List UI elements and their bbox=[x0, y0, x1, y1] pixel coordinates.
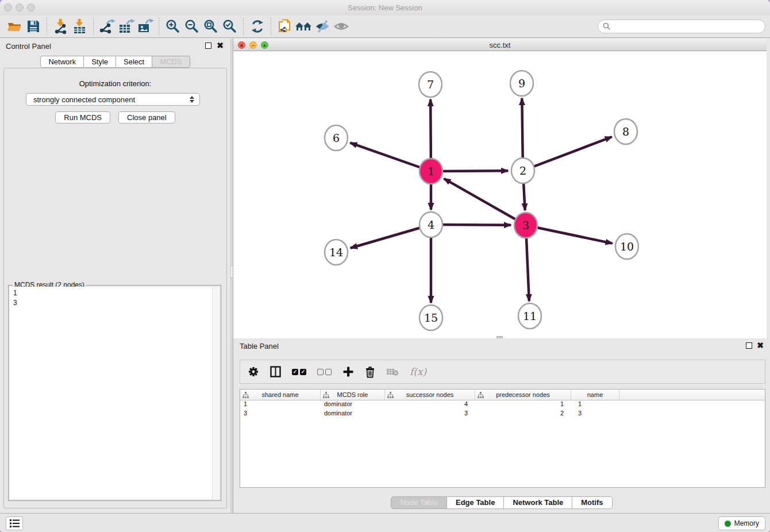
delete-row-button[interactable] bbox=[365, 366, 375, 378]
hierarchy-icon bbox=[387, 392, 394, 398]
memory-button[interactable]: Memory bbox=[718, 516, 765, 530]
column-header-shared-name[interactable]: shared name bbox=[240, 390, 321, 400]
tab-mcds[interactable]: MCDS bbox=[152, 56, 190, 68]
export-network-button[interactable] bbox=[98, 17, 117, 36]
network-canvas[interactable]: 1234678910111415 bbox=[233, 51, 767, 338]
graph-node-label: 4 bbox=[428, 218, 434, 231]
cell-mcds-role[interactable]: dominator bbox=[321, 410, 385, 419]
graph-edge-3-10[interactable] bbox=[526, 225, 613, 244]
export-table-button[interactable] bbox=[117, 17, 136, 36]
graph-node-label: 2 bbox=[519, 164, 526, 177]
select-all-button[interactable]: ✓ ✓ bbox=[292, 369, 306, 375]
tab-edge-table[interactable]: Edge Table bbox=[447, 496, 504, 509]
column-header-successor-nodes[interactable]: successor nodes bbox=[385, 390, 475, 400]
delete-column-button[interactable] bbox=[386, 367, 399, 376]
column-label: name bbox=[587, 391, 603, 398]
zoom-fit-button[interactable] bbox=[201, 17, 220, 36]
close-panel-button[interactable]: Close panel bbox=[118, 111, 175, 124]
graph-node-15[interactable]: 15 bbox=[419, 305, 442, 330]
import-table-button[interactable] bbox=[70, 17, 89, 36]
table-row[interactable]: 1 dominator 4 1 1 bbox=[240, 400, 765, 410]
task-history-button[interactable] bbox=[6, 516, 23, 530]
panel-divider-handle[interactable] bbox=[231, 265, 233, 278]
import-network-button[interactable] bbox=[51, 17, 70, 36]
graph-node-label: 11 bbox=[523, 310, 537, 322]
graph-node-7[interactable]: 7 bbox=[419, 72, 442, 97]
graph-node-14[interactable]: 14 bbox=[325, 240, 348, 265]
cell-name[interactable]: 3 bbox=[571, 410, 619, 419]
graph-node-9[interactable]: 9 bbox=[510, 71, 533, 96]
close-panel-icon[interactable]: ✖ bbox=[217, 41, 224, 50]
graph-node-11[interactable]: 11 bbox=[518, 303, 541, 329]
mcds-result-area[interactable]: 1 3 bbox=[10, 287, 220, 499]
cell-successor-nodes[interactable]: 4 bbox=[385, 400, 475, 410]
run-mcds-button[interactable]: Run MCDS bbox=[55, 111, 110, 124]
graph-node-4[interactable]: 4 bbox=[419, 212, 442, 237]
save-session-button[interactable] bbox=[24, 17, 43, 36]
mcds-panel: Optimization criterion: strongly connect… bbox=[3, 68, 227, 508]
hide-selected-button[interactable] bbox=[313, 17, 332, 36]
tab-network[interactable]: Network bbox=[40, 56, 84, 68]
network-window-titlebar: × – + scc.txt bbox=[233, 38, 767, 51]
cell-predecessor-nodes[interactable]: 1 bbox=[475, 400, 571, 410]
criterion-dropdown[interactable]: strongly connected component bbox=[26, 93, 200, 106]
cell-name[interactable]: 1 bbox=[571, 400, 619, 410]
graph-edge-2-8[interactable] bbox=[523, 137, 612, 171]
toolbar-separator bbox=[271, 18, 271, 35]
tab-motifs[interactable]: Motifs bbox=[572, 496, 612, 509]
column-header-name[interactable]: name bbox=[571, 390, 619, 400]
close-table-panel-icon[interactable]: ✖ bbox=[757, 341, 764, 350]
zoom-in-button[interactable] bbox=[163, 17, 182, 36]
export-network-icon bbox=[99, 18, 116, 34]
zoom-selected-button[interactable] bbox=[220, 17, 239, 36]
tab-style[interactable]: Style bbox=[84, 56, 116, 68]
tab-network-table[interactable]: Network Table bbox=[504, 496, 572, 509]
graph-node-10[interactable]: 10 bbox=[615, 234, 638, 259]
add-row-button[interactable] bbox=[342, 366, 354, 377]
zoom-selected-icon bbox=[222, 18, 238, 34]
column-label: shared name bbox=[261, 391, 298, 398]
graph-edge-4-14[interactable] bbox=[351, 225, 431, 248]
search-field[interactable] bbox=[598, 20, 765, 33]
float-table-panel-icon[interactable] bbox=[746, 342, 752, 349]
graph-edge-1-6[interactable] bbox=[351, 143, 431, 171]
node-table-header: shared name MCDS role successor nodes pr… bbox=[240, 390, 765, 400]
graph-node-2[interactable]: 2 bbox=[511, 158, 534, 183]
graph-node-label: 15 bbox=[424, 311, 438, 324]
tab-node-table[interactable]: Node Table bbox=[391, 496, 447, 509]
main-toolbar bbox=[0, 16, 770, 38]
new-network-from-selection-button[interactable] bbox=[275, 17, 294, 36]
cell-successor-nodes[interactable]: 3 bbox=[385, 410, 475, 419]
export-table-icon bbox=[118, 18, 135, 34]
graph-node-label: 7 bbox=[427, 78, 434, 91]
table-toolbar: ✓ ✓ bbox=[240, 360, 765, 384]
graph-edge-3-1[interactable] bbox=[444, 179, 526, 225]
cell-predecessor-nodes[interactable]: 2 bbox=[475, 410, 571, 419]
graph-node-6[interactable]: 6 bbox=[325, 125, 348, 151]
search-input[interactable] bbox=[614, 22, 760, 30]
show-all-button[interactable] bbox=[332, 17, 351, 36]
table-settings-button[interactable] bbox=[248, 366, 259, 377]
column-header-predecessor-nodes[interactable]: predecessor nodes bbox=[475, 390, 571, 400]
refresh-button[interactable] bbox=[248, 17, 267, 36]
float-panel-icon[interactable] bbox=[205, 43, 211, 49]
open-session-button[interactable] bbox=[5, 17, 24, 36]
column-header-mcds-role[interactable]: MCDS role bbox=[321, 390, 385, 400]
mcds-result-scrollbar[interactable] bbox=[212, 287, 220, 499]
show-columns-button[interactable] bbox=[270, 366, 281, 377]
mcds-result-group: MCDS result (2 nodes) 1 3 bbox=[8, 285, 221, 501]
export-image-button[interactable] bbox=[136, 17, 155, 36]
cell-mcds-role[interactable]: dominator bbox=[321, 400, 385, 410]
deselect-all-button[interactable] bbox=[317, 369, 332, 375]
graph-node-1[interactable]: 1 bbox=[419, 159, 442, 184]
tab-select[interactable]: Select bbox=[116, 56, 152, 68]
first-neighbors-button[interactable] bbox=[294, 17, 313, 36]
hide-selected-icon bbox=[314, 18, 332, 34]
cell-shared-name[interactable]: 3 bbox=[240, 410, 321, 419]
graph-node-3[interactable]: 3 bbox=[514, 213, 537, 238]
cell-shared-name[interactable]: 1 bbox=[240, 400, 321, 410]
zoom-out-button[interactable] bbox=[182, 17, 201, 36]
apply-function-button[interactable]: f(x) bbox=[410, 366, 426, 377]
graph-node-8[interactable]: 8 bbox=[614, 119, 637, 144]
table-row[interactable]: 3 dominator 3 2 3 bbox=[240, 410, 765, 419]
